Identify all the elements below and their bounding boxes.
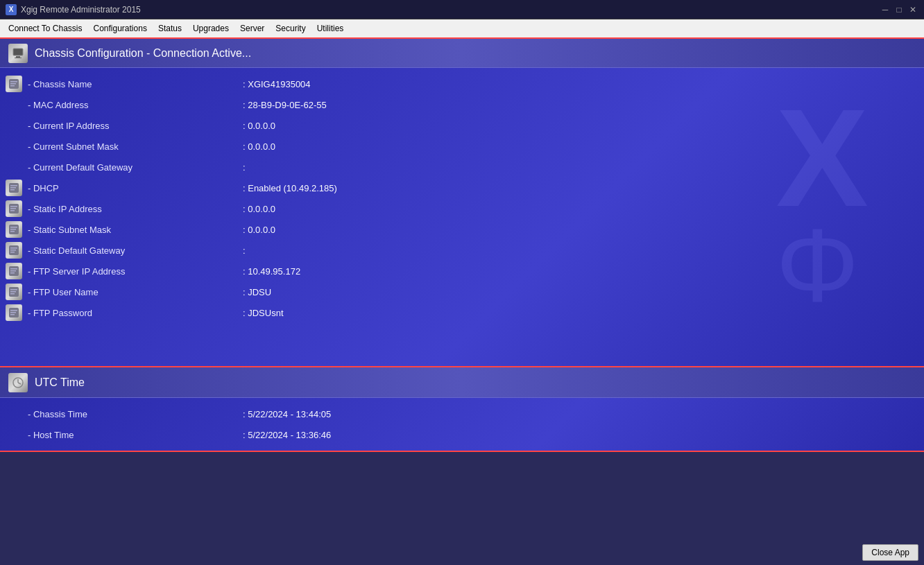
row-icon (6, 304, 22, 321)
table-row: - MAC Address: 28-B9-D9-0E-62-55 (0, 94, 924, 115)
svg-rect-34 (10, 314, 15, 315)
time-field-label: - Chassis Time (28, 409, 243, 419)
table-row: - Current Subnet Mask: 0.0.0.0 (0, 136, 924, 157)
field-label: - DHCP (28, 183, 243, 193)
field-label: - FTP Server IP Address (28, 266, 243, 277)
maximize-button[interactable]: □ (893, 4, 905, 15)
row-icon (6, 221, 22, 238)
menu-item-upgrades[interactable]: Upgrades (187, 21, 234, 35)
menu-item-status[interactable]: Status (153, 21, 187, 35)
svg-rect-33 (10, 312, 16, 313)
app-icon: X (6, 4, 17, 15)
row-icon (6, 284, 22, 300)
field-value: : Enabled (10.49.2.185) (243, 183, 337, 193)
field-value: : JDSUsnt (243, 308, 284, 318)
time-field-value: : 5/22/2024 - 13:36:46 (243, 430, 331, 440)
window-controls: ─ □ ✕ (880, 4, 918, 15)
svg-rect-13 (10, 208, 16, 209)
field-value: : 0.0.0.0 (243, 204, 275, 214)
field-label: - Chassis Name (28, 79, 243, 89)
svg-rect-25 (10, 270, 16, 272)
svg-rect-2 (15, 58, 22, 58)
menu-item-security[interactable]: Security (270, 21, 311, 35)
svg-rect-18 (10, 231, 15, 232)
svg-rect-17 (10, 229, 16, 230)
app-title: Xgig Remote Administrator 2015 (21, 5, 875, 15)
svg-rect-21 (10, 250, 16, 251)
time-field-value: : 5/22/2024 - 13:44:05 (243, 409, 331, 419)
table-row: - Current Default Gateway: (0, 157, 924, 177)
menu-item-utilities[interactable]: Utilities (311, 21, 350, 35)
row-icon-empty (6, 117, 22, 134)
svg-rect-9 (10, 187, 16, 189)
row-icon (6, 76, 22, 92)
field-value: : XGIG41935004 (243, 79, 311, 89)
field-value: : 0.0.0.0 (243, 121, 275, 131)
table-row: - Chassis Name: XGIG41935004 (0, 73, 924, 94)
field-label: - FTP User Name (28, 287, 243, 297)
field-label: - Static IP Address (28, 204, 243, 214)
main-content: X Φ - Chassis Name: XGIG41935004 - MAC A… (0, 68, 924, 366)
menu-item-server[interactable]: Server (234, 21, 270, 35)
menu-item-configurations[interactable]: Configurations (88, 21, 153, 35)
field-label: - Current IP Address (28, 121, 243, 131)
section-header-icon (8, 44, 28, 63)
utc-title: UTC Time (35, 376, 85, 389)
row-icon-empty (6, 426, 22, 443)
svg-rect-24 (10, 268, 17, 270)
utc-header: UTC Time (0, 367, 924, 398)
field-label: - Static Default Gateway (28, 245, 243, 256)
utc-section: UTC Time - Chassis Time: 5/22/2024 - 13:… (0, 366, 924, 452)
table-row: - FTP User Name: JDSU (0, 281, 924, 302)
row-icon (6, 242, 22, 259)
svg-rect-1 (16, 56, 20, 58)
field-label: - FTP Password (28, 308, 243, 318)
row-icon-empty (6, 96, 22, 113)
menu-item-connect-chassis[interactable]: Connect To Chassis (3, 21, 88, 35)
row-icon (6, 200, 22, 217)
close-button[interactable]: ✕ (907, 4, 918, 15)
bottom-bar: Close App (857, 540, 924, 565)
svg-rect-0 (13, 49, 23, 55)
field-label: - Current Default Gateway (28, 162, 243, 173)
menubar: Connect To ChassisConfigurationsStatusUp… (0, 19, 924, 37)
svg-rect-6 (10, 85, 15, 87)
time-field-label: - Host Time (28, 430, 243, 440)
svg-rect-8 (10, 185, 17, 186)
svg-rect-12 (10, 206, 17, 207)
row-icon-empty (6, 159, 22, 175)
svg-rect-14 (10, 210, 15, 211)
row-icon (6, 180, 22, 196)
table-row: - Static Subnet Mask: 0.0.0.0 (0, 219, 924, 240)
svg-rect-4 (10, 81, 17, 82)
field-value: : 0.0.0.0 (243, 141, 275, 152)
svg-rect-32 (10, 310, 17, 311)
row-icon (6, 263, 22, 279)
row-icon-empty (6, 138, 22, 155)
table-row: - FTP Password: JDSUsnt (0, 302, 924, 323)
svg-rect-29 (10, 291, 16, 293)
section-header: Chassis Configuration - Connection Activ… (0, 37, 924, 68)
close-app-button[interactable]: Close App (862, 544, 918, 561)
svg-rect-10 (10, 189, 15, 191)
field-value: : 28-B9-D9-0E-62-55 (243, 100, 327, 110)
table-row: - FTP Server IP Address: 10.49.95.172 (0, 261, 924, 281)
field-value: : (243, 162, 246, 173)
field-value: : 10.49.95.172 (243, 266, 300, 277)
svg-rect-20 (10, 247, 17, 249)
field-label: - MAC Address (28, 100, 243, 110)
field-label: - Current Subnet Mask (28, 141, 243, 152)
svg-rect-30 (10, 293, 15, 295)
table-row: - Current IP Address: 0.0.0.0 (0, 115, 924, 136)
svg-rect-28 (10, 289, 17, 290)
field-value: : 0.0.0.0 (243, 225, 275, 235)
minimize-button[interactable]: ─ (880, 4, 891, 15)
row-icon-empty (6, 406, 22, 422)
svg-rect-26 (10, 272, 15, 274)
table-row: - Static Default Gateway: (0, 240, 924, 261)
titlebar: X Xgig Remote Administrator 2015 ─ □ ✕ (0, 0, 924, 19)
time-data-section: - Chassis Time: 5/22/2024 - 13:44:05 - H… (0, 398, 924, 452)
field-value: : JDSU (243, 287, 271, 297)
utc-icon (8, 373, 28, 392)
svg-rect-5 (10, 83, 16, 85)
